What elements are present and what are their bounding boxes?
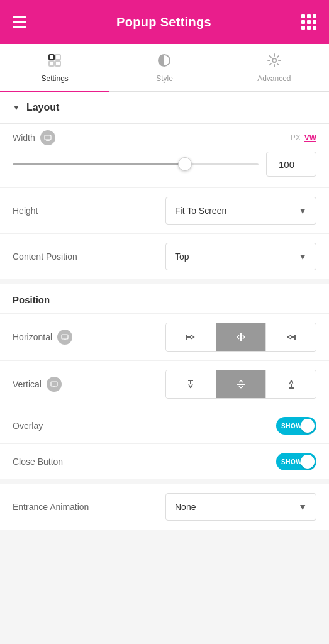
svg-rect-3 (55, 61, 60, 66)
content-position-dropdown-wrapper: Top ▼ (165, 243, 316, 270)
height-value: Fit To Screen (175, 206, 226, 216)
unit-px[interactable]: PX (291, 133, 301, 142)
header: Popup Settings (0, 0, 329, 44)
vertical-top-btn[interactable] (166, 370, 216, 398)
header-title: Popup Settings (116, 15, 211, 30)
unit-vw[interactable]: VW (304, 133, 316, 142)
style-tab-label: Style (156, 74, 173, 83)
horizontal-label-group: Horizontal (13, 330, 72, 345)
height-dropdown-arrow: ▼ (298, 206, 307, 216)
svg-line-38 (291, 380, 293, 384)
width-slider-track[interactable] (13, 163, 259, 165)
entrance-animation-label: Entrance Animation (13, 502, 89, 512)
width-input[interactable] (266, 152, 316, 177)
content-position-row: Content Position Top ▼ (0, 234, 329, 279)
svg-line-14 (191, 337, 194, 339)
tab-bar: Settings Style Advanced (0, 44, 329, 92)
width-row: Width PX VW (0, 124, 329, 187)
layout-section-header[interactable]: ▼ Layout (0, 92, 329, 124)
svg-line-34 (241, 386, 243, 388)
position-section: Position Horizontal (0, 284, 329, 479)
height-dropdown[interactable]: Fit To Screen ▼ (165, 197, 316, 225)
style-tab-icon (157, 53, 172, 72)
horizontal-center-btn[interactable] (216, 323, 267, 351)
horizontal-monitor-icon (57, 330, 72, 345)
svg-line-37 (289, 380, 291, 384)
svg-rect-8 (46, 140, 50, 141)
svg-rect-10 (64, 340, 66, 340)
width-slider-thumb[interactable] (178, 157, 192, 171)
content: ▼ Layout Width PX VW (0, 92, 329, 530)
close-button-toggle-label: SHOW (281, 458, 302, 465)
horizontal-btn-group-wrapper (165, 323, 316, 352)
svg-rect-24 (51, 382, 57, 386)
overlay-toggle-circle (301, 419, 315, 433)
menu-icon[interactable] (13, 16, 26, 28)
content-position-dropdown[interactable]: Top ▼ (165, 243, 316, 270)
unit-toggle[interactable]: PX VW (291, 133, 316, 142)
grid-icon[interactable] (301, 14, 316, 30)
svg-line-19 (243, 337, 245, 339)
width-slider-row (13, 152, 316, 177)
entrance-animation-value: None (175, 502, 196, 512)
entrance-animation-row: Entrance Animation None ▼ (0, 484, 329, 530)
close-button-row: Close Button SHOW (0, 444, 329, 479)
height-dropdown-wrapper: Fit To Screen ▼ (165, 197, 316, 225)
width-slider-fill (13, 163, 185, 165)
entrance-animation-section: Entrance Animation None ▼ (0, 484, 329, 530)
settings-tab-icon (47, 53, 62, 72)
width-monitor-icon (40, 130, 55, 145)
overlay-row: Overlay SHOW (0, 408, 329, 444)
vertical-center-btn[interactable] (216, 370, 267, 398)
vertical-monitor-icon (47, 377, 62, 392)
height-row: Height Fit To Screen ▼ (0, 187, 329, 234)
tab-style[interactable]: Style (109, 44, 219, 91)
vertical-btn-group (165, 370, 316, 399)
horizontal-btn-group (165, 323, 316, 352)
advanced-tab-label: Advanced (257, 74, 291, 83)
content-position-arrow: ▼ (298, 252, 307, 262)
height-label: Height (13, 206, 38, 216)
svg-rect-9 (62, 335, 68, 339)
svg-rect-25 (53, 387, 55, 387)
settings-tab-label: Settings (41, 74, 68, 83)
horizontal-row: Horizontal (0, 314, 329, 361)
horizontal-right-btn[interactable] (266, 323, 316, 351)
tab-advanced[interactable]: Advanced (220, 44, 329, 91)
vertical-bottom-btn[interactable] (266, 370, 316, 398)
vertical-label-group: Vertical (13, 377, 62, 392)
width-label: Width (13, 133, 35, 143)
position-title-row: Position (0, 284, 329, 314)
overlay-toggle-wrapper: SHOW (276, 417, 316, 435)
svg-rect-6 (45, 135, 51, 140)
svg-rect-2 (49, 61, 54, 66)
entrance-animation-dropdown[interactable]: None ▼ (165, 493, 316, 521)
layout-arrow-icon: ▼ (13, 103, 20, 112)
svg-point-5 (272, 58, 276, 62)
svg-line-32 (241, 380, 243, 382)
content-position-value: Top (175, 252, 189, 262)
layout-section-title: Layout (26, 102, 59, 113)
svg-line-29 (191, 384, 192, 388)
overlay-label: Overlay (13, 421, 43, 431)
close-button-label: Close Button (13, 457, 63, 467)
close-button-toggle-wrapper: SHOW (276, 453, 316, 470)
svg-line-28 (189, 384, 191, 388)
close-button-toggle[interactable]: SHOW (276, 453, 316, 470)
horizontal-left-btn[interactable] (166, 323, 216, 351)
svg-rect-1 (55, 55, 60, 60)
entrance-animation-arrow: ▼ (298, 502, 307, 512)
layout-section: ▼ Layout Width PX VW (0, 92, 329, 279)
entrance-animation-dropdown-wrapper: None ▼ (165, 493, 316, 521)
overlay-toggle[interactable]: SHOW (276, 417, 316, 435)
svg-rect-0 (49, 55, 54, 60)
tab-settings[interactable]: Settings (0, 44, 109, 91)
advanced-tab-icon (267, 53, 282, 72)
svg-line-23 (287, 337, 291, 339)
content-position-label: Content Position (13, 252, 77, 262)
vertical-label: Vertical (13, 379, 42, 389)
overlay-toggle-label: SHOW (281, 423, 302, 430)
vertical-btn-group-wrapper (165, 370, 316, 399)
vertical-row: Vertical (0, 361, 329, 408)
horizontal-label: Horizontal (13, 332, 52, 342)
